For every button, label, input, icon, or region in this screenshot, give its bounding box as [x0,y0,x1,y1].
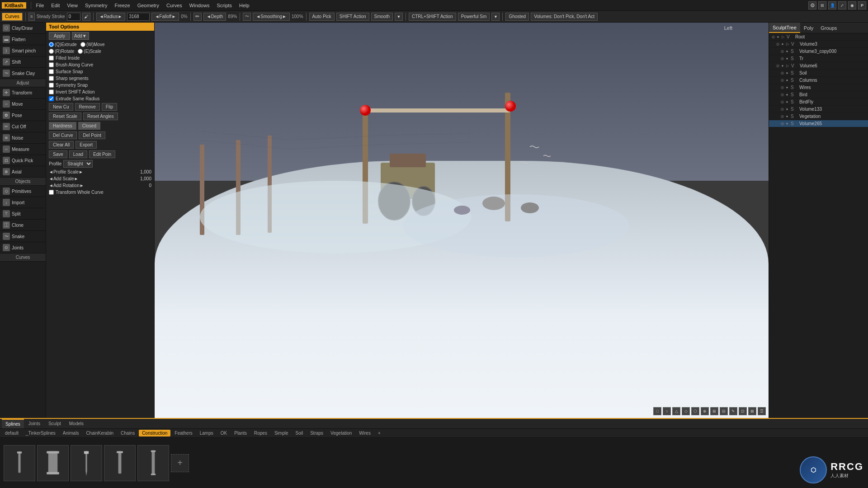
closed-button[interactable]: Closed [78,122,100,130]
sidebar-tool-noise[interactable]: ≋ Noise [0,132,46,144]
auto-pick-btn[interactable]: Auto Pick [309,13,335,21]
lib-tab-ropes[interactable]: Ropes [251,430,270,436]
filled-inside-checkbox[interactable] [49,56,54,61]
vp-icon-9[interactable]: ✎ [729,407,737,415]
expand-icon[interactable]: ⤢ [838,1,846,9]
lib-tab-simple[interactable]: Simple [271,430,292,436]
smooth-btn[interactable]: Smooth [371,13,393,21]
invert-shift-checkbox[interactable] [49,89,54,94]
steady-stroke-icon[interactable]: S [28,13,35,21]
asset-thumb-1[interactable] [4,445,35,481]
sidebar-tool-shift[interactable]: ↗ Shift [0,56,46,68]
settings-icon[interactable]: ⚙ [808,1,816,9]
menu-file[interactable]: File [33,2,47,9]
vp-icon-5[interactable]: ⬡ [691,407,699,415]
curves-tool-btn[interactable]: Curves [2,13,23,21]
sidebar-tool-flatten[interactable]: ▬ Flatten [0,34,46,45]
bottom-tab-models[interactable]: Models [66,419,87,428]
sidebar-tool-split[interactable]: ⊤ Split [0,208,46,220]
menu-geometry[interactable]: Geometry [134,2,162,9]
tree-item-volume3[interactable]: ◎ ● ▷ V Volume3 [769,41,868,48]
clear-all-button[interactable]: Clear All [49,141,74,149]
load-button[interactable]: Load [69,150,87,158]
stroke-value-input[interactable] [67,13,80,21]
sidebar-tool-snake-clay[interactable]: 〜 Snake Clay [0,68,46,79]
falloff-btn[interactable]: ◄Falloff► [151,13,179,21]
powerful-dropdown-icon[interactable]: ▼ [491,13,500,21]
grid-icon[interactable]: ⊞ [818,1,826,9]
volumes-btn[interactable]: Volumes: Don't Pick, Don't Act [531,13,598,21]
lib-tab-wires[interactable]: Wires [356,430,374,436]
sidebar-tool-import[interactable]: ↓ Import [0,197,46,208]
sidebar-tool-quick-pick[interactable]: ⊡ Quick Pick [0,155,46,166]
tree-item-bird[interactable]: ◎ ● S Bird [769,91,868,99]
menu-scripts[interactable]: Scripts [213,2,235,9]
menu-edit[interactable]: Edit [48,2,63,9]
menu-symmetry[interactable]: Symmetry [82,2,111,9]
vp-icon-10[interactable]: ⊡ [739,407,747,415]
extrude-same-radius-checkbox[interactable] [49,96,54,101]
vp-icon-12[interactable]: ☰ [758,407,766,415]
move-radio[interactable] [80,42,85,47]
bottom-tab-sculpt[interactable]: Sculpt [45,419,65,428]
extrude-radio[interactable] [49,42,54,47]
radius-input[interactable] [127,13,150,21]
smooth-dropdown-icon[interactable]: ▼ [395,13,403,21]
symmetry-snap-row[interactable]: Symmetry Snap [46,82,154,89]
lib-tab-feathers[interactable]: Feathers [171,430,195,436]
sidebar-tool-measure[interactable]: ↔ Measure [0,144,46,155]
sidebar-tool-smart-pinch[interactable]: ⟩ Smart pinch [0,45,46,56]
pen-icon[interactable]: ✏ [193,13,202,21]
sidebar-tool-primitives[interactable]: ◇ Primitives [0,186,46,197]
ctrl-shift-action-btn[interactable]: CTRL+SHIFT Action [409,13,456,21]
bottom-tab-joints[interactable]: Joints [25,419,44,428]
sidebar-tool-transform[interactable]: ✛ Transform [0,87,46,99]
transform-whole-curve-checkbox[interactable] [49,190,54,195]
add-asset-button[interactable]: + [171,454,189,472]
smoothing-btn[interactable]: ◄Smoothing► [253,13,290,21]
remove-button[interactable]: Remove [75,103,100,111]
asset-thumb-4[interactable] [104,445,136,481]
tree-item-root[interactable]: ◎ ● ▷ V Root [769,33,868,41]
reset-angles-button[interactable]: Reset Angles [83,113,118,120]
lib-tab-default[interactable]: default [2,430,22,436]
lib-tab-soil[interactable]: Soil [292,430,307,436]
tree-item-soil[interactable]: ◎ ● S Soil [769,70,868,77]
move-radio-item[interactable]: (W)Move [80,42,105,47]
smooth-icon[interactable]: 〜 [243,13,251,21]
filled-inside-row[interactable]: Filled Inside [46,55,154,61]
lib-tab-construction[interactable]: Construction [139,430,170,436]
circle-icon[interactable]: ◉ [848,1,856,9]
sidebar-tool-clay-draw[interactable]: ⬡ Clay/Draw [0,23,46,34]
menu-windows[interactable]: Windows [186,2,213,9]
asset-thumb-2[interactable] [37,445,69,481]
scale-radio-item[interactable]: (E)Scale [78,49,101,54]
vp-icon-6[interactable]: ⊕ [701,407,709,415]
sidebar-tool-clone[interactable]: ⿰ Clone [0,220,46,231]
apply-button[interactable]: Apply [49,32,70,40]
asset-thumb-3[interactable] [71,445,102,481]
brush-along-curve-checkbox[interactable] [49,62,54,67]
scale-radio[interactable] [78,49,83,54]
surface-snap-row[interactable]: Surface Snap [46,68,154,75]
lib-tab-chains[interactable]: Chains [118,430,138,436]
edit-points-button[interactable]: Edit Poin [89,150,115,158]
lib-tab-animals[interactable]: Animals [60,430,82,436]
rotate-radio[interactable] [49,49,54,54]
symmetry-snap-checkbox[interactable] [49,83,54,88]
tree-item-columns[interactable]: ◎ ● S Columns [769,77,868,84]
sidebar-tool-move[interactable]: ↔ Move [0,99,46,110]
lib-tab-ok[interactable]: OK [217,430,230,436]
p-icon[interactable]: P [858,1,866,9]
sidebar-tool-cut-off[interactable]: ✂ Cut Off [0,121,46,132]
radius-btn[interactable]: ◄Radius► [96,13,126,21]
asset-thumb-5[interactable] [137,445,169,481]
tree-item-volume265[interactable]: ◎ ● S Volume265 [769,120,868,127]
groups-tab[interactable]: Groups [817,23,840,33]
lib-tab-vegetation[interactable]: Vegetation [327,430,355,436]
profile-select[interactable]: Straight [63,160,93,168]
transform-whole-curve-row[interactable]: Transform Whole Curve [46,189,154,196]
menu-help[interactable]: Help [236,2,253,9]
vp-icon-7[interactable]: ⊞ [710,407,718,415]
export-button[interactable]: Export [75,141,97,149]
